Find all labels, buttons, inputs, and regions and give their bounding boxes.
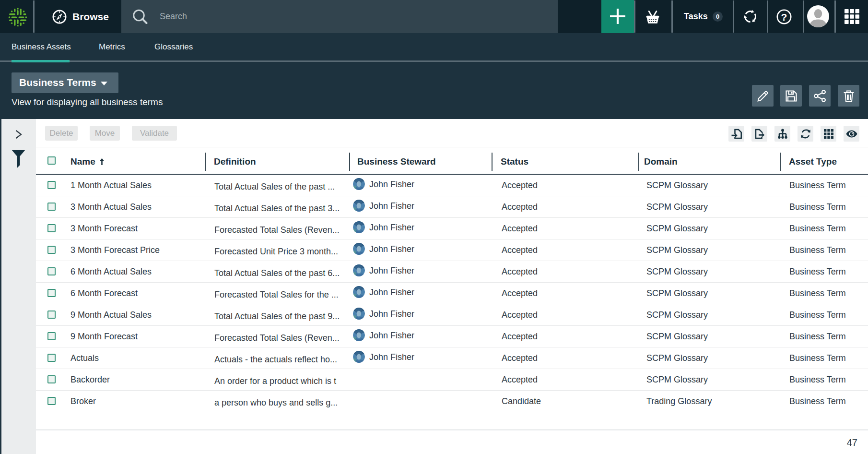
- svg-text:?: ?: [781, 12, 787, 23]
